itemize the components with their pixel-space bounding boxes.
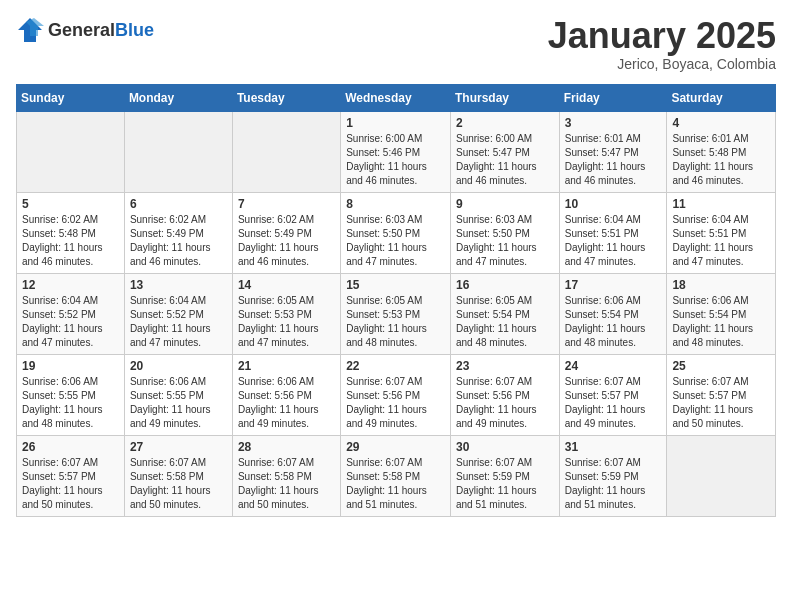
day-number: 26 (22, 440, 119, 454)
calendar-cell (232, 111, 340, 192)
col-header-monday: Monday (124, 84, 232, 111)
day-number: 4 (672, 116, 770, 130)
day-number: 22 (346, 359, 445, 373)
col-header-sunday: Sunday (17, 84, 125, 111)
cell-content: Sunrise: 6:01 AMSunset: 5:48 PMDaylight:… (672, 132, 770, 188)
calendar-week-row: 26Sunrise: 6:07 AMSunset: 5:57 PMDayligh… (17, 435, 776, 516)
calendar-cell: 26Sunrise: 6:07 AMSunset: 5:57 PMDayligh… (17, 435, 125, 516)
day-number: 28 (238, 440, 335, 454)
day-number: 13 (130, 278, 227, 292)
cell-content: Sunrise: 6:02 AMSunset: 5:49 PMDaylight:… (130, 213, 227, 269)
cell-content: Sunrise: 6:06 AMSunset: 5:54 PMDaylight:… (672, 294, 770, 350)
logo-blue: Blue (115, 20, 154, 40)
cell-content: Sunrise: 6:02 AMSunset: 5:49 PMDaylight:… (238, 213, 335, 269)
calendar-header-row: SundayMondayTuesdayWednesdayThursdayFrid… (17, 84, 776, 111)
day-number: 18 (672, 278, 770, 292)
calendar-cell: 30Sunrise: 6:07 AMSunset: 5:59 PMDayligh… (450, 435, 559, 516)
calendar-cell: 5Sunrise: 6:02 AMSunset: 5:48 PMDaylight… (17, 192, 125, 273)
col-header-thursday: Thursday (450, 84, 559, 111)
calendar-cell: 13Sunrise: 6:04 AMSunset: 5:52 PMDayligh… (124, 273, 232, 354)
cell-content: Sunrise: 6:06 AMSunset: 5:54 PMDaylight:… (565, 294, 662, 350)
calendar-cell: 11Sunrise: 6:04 AMSunset: 5:51 PMDayligh… (667, 192, 776, 273)
calendar-week-row: 12Sunrise: 6:04 AMSunset: 5:52 PMDayligh… (17, 273, 776, 354)
calendar-week-row: 5Sunrise: 6:02 AMSunset: 5:48 PMDaylight… (17, 192, 776, 273)
calendar-cell: 8Sunrise: 6:03 AMSunset: 5:50 PMDaylight… (341, 192, 451, 273)
day-number: 17 (565, 278, 662, 292)
cell-content: Sunrise: 6:03 AMSunset: 5:50 PMDaylight:… (456, 213, 554, 269)
day-number: 12 (22, 278, 119, 292)
cell-content: Sunrise: 6:07 AMSunset: 5:59 PMDaylight:… (456, 456, 554, 512)
month-title: January 2025 (548, 16, 776, 56)
calendar-cell: 4Sunrise: 6:01 AMSunset: 5:48 PMDaylight… (667, 111, 776, 192)
day-number: 31 (565, 440, 662, 454)
cell-content: Sunrise: 6:07 AMSunset: 5:59 PMDaylight:… (565, 456, 662, 512)
cell-content: Sunrise: 6:04 AMSunset: 5:51 PMDaylight:… (565, 213, 662, 269)
cell-content: Sunrise: 6:07 AMSunset: 5:58 PMDaylight:… (238, 456, 335, 512)
day-number: 19 (22, 359, 119, 373)
day-number: 29 (346, 440, 445, 454)
day-number: 25 (672, 359, 770, 373)
calendar-cell: 21Sunrise: 6:06 AMSunset: 5:56 PMDayligh… (232, 354, 340, 435)
calendar-cell (17, 111, 125, 192)
calendar-cell: 18Sunrise: 6:06 AMSunset: 5:54 PMDayligh… (667, 273, 776, 354)
day-number: 9 (456, 197, 554, 211)
calendar-cell: 12Sunrise: 6:04 AMSunset: 5:52 PMDayligh… (17, 273, 125, 354)
cell-content: Sunrise: 6:00 AMSunset: 5:47 PMDaylight:… (456, 132, 554, 188)
day-number: 30 (456, 440, 554, 454)
calendar-cell: 24Sunrise: 6:07 AMSunset: 5:57 PMDayligh… (559, 354, 667, 435)
calendar-cell: 25Sunrise: 6:07 AMSunset: 5:57 PMDayligh… (667, 354, 776, 435)
calendar-cell: 19Sunrise: 6:06 AMSunset: 5:55 PMDayligh… (17, 354, 125, 435)
calendar-cell: 7Sunrise: 6:02 AMSunset: 5:49 PMDaylight… (232, 192, 340, 273)
col-header-friday: Friday (559, 84, 667, 111)
cell-content: Sunrise: 6:07 AMSunset: 5:57 PMDaylight:… (672, 375, 770, 431)
cell-content: Sunrise: 6:07 AMSunset: 5:58 PMDaylight:… (346, 456, 445, 512)
calendar-week-row: 1Sunrise: 6:00 AMSunset: 5:46 PMDaylight… (17, 111, 776, 192)
cell-content: Sunrise: 6:02 AMSunset: 5:48 PMDaylight:… (22, 213, 119, 269)
calendar-cell: 1Sunrise: 6:00 AMSunset: 5:46 PMDaylight… (341, 111, 451, 192)
cell-content: Sunrise: 6:07 AMSunset: 5:56 PMDaylight:… (346, 375, 445, 431)
calendar-cell: 17Sunrise: 6:06 AMSunset: 5:54 PMDayligh… (559, 273, 667, 354)
day-number: 1 (346, 116, 445, 130)
location-title: Jerico, Boyaca, Colombia (548, 56, 776, 72)
calendar-cell: 2Sunrise: 6:00 AMSunset: 5:47 PMDaylight… (450, 111, 559, 192)
day-number: 5 (22, 197, 119, 211)
cell-content: Sunrise: 6:07 AMSunset: 5:57 PMDaylight:… (22, 456, 119, 512)
col-header-tuesday: Tuesday (232, 84, 340, 111)
calendar-week-row: 19Sunrise: 6:06 AMSunset: 5:55 PMDayligh… (17, 354, 776, 435)
cell-content: Sunrise: 6:07 AMSunset: 5:56 PMDaylight:… (456, 375, 554, 431)
cell-content: Sunrise: 6:05 AMSunset: 5:54 PMDaylight:… (456, 294, 554, 350)
calendar-cell: 15Sunrise: 6:05 AMSunset: 5:53 PMDayligh… (341, 273, 451, 354)
calendar-cell (667, 435, 776, 516)
day-number: 6 (130, 197, 227, 211)
calendar-cell: 3Sunrise: 6:01 AMSunset: 5:47 PMDaylight… (559, 111, 667, 192)
calendar-cell: 28Sunrise: 6:07 AMSunset: 5:58 PMDayligh… (232, 435, 340, 516)
day-number: 11 (672, 197, 770, 211)
day-number: 7 (238, 197, 335, 211)
calendar-cell: 31Sunrise: 6:07 AMSunset: 5:59 PMDayligh… (559, 435, 667, 516)
cell-content: Sunrise: 6:05 AMSunset: 5:53 PMDaylight:… (238, 294, 335, 350)
calendar-cell (124, 111, 232, 192)
day-number: 24 (565, 359, 662, 373)
cell-content: Sunrise: 6:06 AMSunset: 5:56 PMDaylight:… (238, 375, 335, 431)
calendar-cell: 14Sunrise: 6:05 AMSunset: 5:53 PMDayligh… (232, 273, 340, 354)
cell-content: Sunrise: 6:06 AMSunset: 5:55 PMDaylight:… (130, 375, 227, 431)
logo-icon (16, 16, 44, 44)
calendar-cell: 27Sunrise: 6:07 AMSunset: 5:58 PMDayligh… (124, 435, 232, 516)
cell-content: Sunrise: 6:03 AMSunset: 5:50 PMDaylight:… (346, 213, 445, 269)
day-number: 16 (456, 278, 554, 292)
day-number: 23 (456, 359, 554, 373)
day-number: 20 (130, 359, 227, 373)
cell-content: Sunrise: 6:06 AMSunset: 5:55 PMDaylight:… (22, 375, 119, 431)
cell-content: Sunrise: 6:01 AMSunset: 5:47 PMDaylight:… (565, 132, 662, 188)
calendar-cell: 16Sunrise: 6:05 AMSunset: 5:54 PMDayligh… (450, 273, 559, 354)
day-number: 10 (565, 197, 662, 211)
day-number: 15 (346, 278, 445, 292)
day-number: 27 (130, 440, 227, 454)
calendar-table: SundayMondayTuesdayWednesdayThursdayFrid… (16, 84, 776, 517)
logo-text: GeneralBlue (48, 20, 154, 41)
calendar-cell: 9Sunrise: 6:03 AMSunset: 5:50 PMDaylight… (450, 192, 559, 273)
cell-content: Sunrise: 6:07 AMSunset: 5:57 PMDaylight:… (565, 375, 662, 431)
calendar-cell: 6Sunrise: 6:02 AMSunset: 5:49 PMDaylight… (124, 192, 232, 273)
page-header: GeneralBlue January 2025 Jerico, Boyaca,… (16, 16, 776, 72)
calendar-cell: 20Sunrise: 6:06 AMSunset: 5:55 PMDayligh… (124, 354, 232, 435)
